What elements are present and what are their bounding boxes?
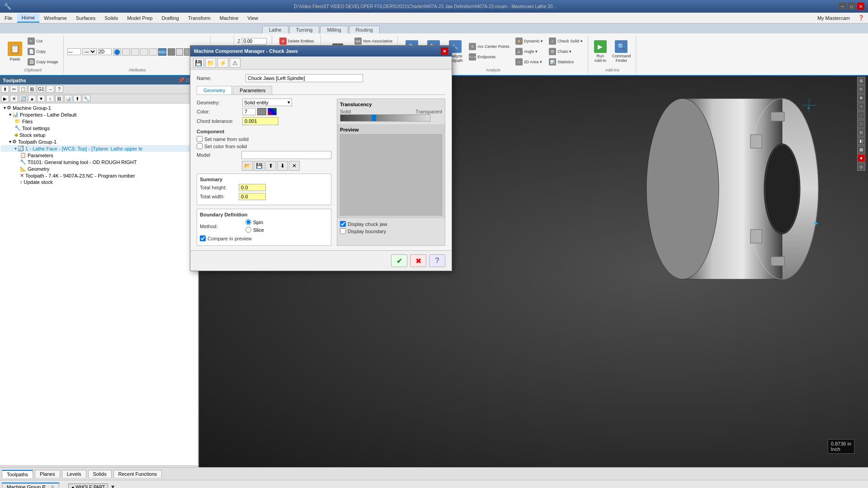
tab-levels[interactable]: Levels [62, 470, 86, 478]
tab-solids[interactable]: Solids [88, 470, 112, 478]
minimize-button[interactable]: ─ [839, 3, 846, 10]
vp-view4[interactable]: ▦ [857, 145, 865, 154]
ok-button[interactable]: ✔ [391, 254, 407, 267]
menu-home[interactable]: Home [17, 14, 39, 23]
attr-icon4[interactable] [140, 48, 148, 56]
tree-update-stock[interactable]: ↑ Update stock [1, 179, 197, 185]
tree-params[interactable]: 📋 Parameters [1, 152, 197, 159]
slice-radio[interactable] [245, 227, 251, 233]
tp-icon12[interactable]: ▼ [37, 95, 45, 102]
set-name-label[interactable]: Set name from solid [204, 136, 249, 142]
vp-zoom-fit[interactable]: ⊞ [857, 77, 865, 85]
vp-view1[interactable]: □ [857, 120, 865, 128]
model-down-btn[interactable]: ⬇ [277, 161, 288, 171]
spin-label[interactable]: Spin [253, 220, 263, 225]
model-up-btn[interactable]: ⬆ [265, 161, 276, 171]
tree-machine-group[interactable]: ▾ ⚙ Machine Group-1 [1, 104, 197, 111]
2darea-button[interactable]: □ 2D Area ▾ [513, 57, 546, 67]
geometry-dropdown[interactable]: Solid entity ▾ [242, 99, 292, 106]
command-finder-button[interactable]: 🔍 CommandFinder [610, 39, 633, 64]
chord-input[interactable] [242, 117, 278, 125]
spin-radio[interactable] [245, 219, 251, 225]
menu-surfaces[interactable]: Surfaces [71, 14, 100, 22]
vp-rotate[interactable]: ↻ [857, 85, 865, 94]
tree-toolsettings[interactable]: 🔧 Tool settings [1, 125, 197, 131]
titlebar-controls[interactable]: ─ □ ✕ [839, 3, 864, 10]
ribbon-tab-turning[interactable]: Turning [289, 26, 320, 33]
tp-icon1[interactable]: ⬆ [1, 85, 9, 93]
attr-swatch1[interactable] [168, 48, 175, 56]
menu-mymastercam[interactable]: My Mastercam [813, 14, 854, 22]
tree-expand3[interactable]: ▾ [9, 139, 11, 144]
tp-icon10[interactable]: 🔄 [19, 95, 27, 102]
tp-icon6[interactable]: → [46, 85, 54, 93]
slice-label[interactable]: Slice [253, 227, 264, 233]
model-clear-btn[interactable]: ✕ [289, 161, 300, 171]
help-button[interactable]: ? [429, 254, 445, 267]
dialog-tb-lightning[interactable]: ⚡ [217, 58, 228, 68]
z-input[interactable] [242, 38, 267, 45]
name-input[interactable] [245, 74, 363, 82]
panel-pin-button[interactable]: 📌 [178, 77, 184, 83]
set-name-checkbox[interactable] [197, 136, 203, 142]
tp-icon17[interactable]: 🔧 [82, 95, 90, 102]
dialog-tb-save[interactable]: 💾 [193, 58, 204, 68]
vp-view5[interactable]: ◎ [857, 163, 865, 171]
set-color-checkbox[interactable] [197, 143, 203, 149]
vp-view2[interactable]: ⊟ [857, 128, 865, 136]
menu-view[interactable]: View [243, 14, 263, 22]
tp-icon8[interactable]: ▶ [1, 95, 9, 102]
tree-geometry[interactable]: 📐 Geometry [1, 165, 197, 172]
color-swatch[interactable] [257, 108, 266, 115]
vp-zoom-in[interactable]: + [857, 103, 865, 111]
arc-center-points-button[interactable]: ⊙ Arc Center Points [467, 42, 512, 52]
menu-wireframe[interactable]: Wireframe [39, 14, 71, 22]
non-associative-button[interactable]: NA Non-Associative [352, 36, 395, 46]
model-input[interactable] [241, 151, 331, 159]
tab-recent-functions[interactable]: Recent Functions [113, 470, 162, 478]
statistics-button[interactable]: 📊 Statistics [547, 57, 585, 67]
tp-icon2[interactable]: ✂ [10, 85, 18, 93]
menu-file[interactable]: File [0, 14, 17, 22]
ribbon-tab-lathe[interactable]: Lathe [262, 26, 288, 33]
attr-input1[interactable] [67, 48, 81, 55]
check-solid-button[interactable]: ✓ Check Solid ▾ [547, 36, 585, 46]
attr-icon3[interactable] [131, 48, 139, 56]
tab-toolpaths[interactable]: Toolpaths [2, 470, 33, 478]
attr-icon1[interactable]: 🔵 [113, 48, 121, 56]
maximize-button[interactable]: □ [848, 3, 855, 10]
copy-button[interactable]: 📄 Copy [25, 47, 61, 56]
vp-view3[interactable]: ◧ [857, 137, 865, 145]
color-number-input[interactable] [242, 108, 256, 115]
display-boundary-label[interactable]: Display boundary [348, 229, 386, 234]
paste-button[interactable]: 📋 Paste [5, 40, 24, 63]
copy-image-button[interactable]: 🖼 Copy Image [25, 57, 61, 67]
tp-icon16[interactable]: ⬆ [73, 95, 81, 102]
machine-group-tab-close[interactable]: ✕ [51, 484, 54, 488]
tp-icon14[interactable]: ⛓ [55, 95, 63, 102]
ribbon-tab-milling[interactable]: Milling [320, 26, 348, 33]
whole-part-button[interactable]: ● WHOLE PART [68, 483, 108, 488]
menu-transform[interactable]: Transform [184, 14, 215, 22]
height-input[interactable] [239, 184, 266, 191]
vp-pan[interactable]: ✥ [857, 94, 865, 102]
attr-icon2[interactable] [122, 48, 130, 56]
chain-button[interactable]: ⛓ Chain ▾ [547, 47, 585, 56]
run-addin-button[interactable]: ▶ RunAdd-In [592, 39, 609, 64]
ribbon-tab-routing[interactable]: Routing [349, 26, 380, 33]
tp-icon3[interactable]: 📋 [19, 85, 27, 93]
tp-icon5[interactable]: G1 [37, 85, 45, 93]
help-icon[interactable]: ❓ [854, 14, 868, 22]
vp-zoom-out[interactable]: - [857, 111, 865, 119]
attr-select1[interactable]: — [82, 48, 97, 55]
tp-icon7[interactable]: ? [55, 85, 63, 93]
vp-red-btn[interactable]: ■ [857, 154, 865, 162]
panel-scrollbar[interactable] [0, 465, 198, 467]
tree-files[interactable]: 📁 Files [1, 118, 197, 125]
dialog-close-button[interactable]: ✕ [441, 47, 448, 55]
machine-group-tab-item[interactable]: Machine Group P... ✕ [2, 483, 59, 488]
tree-expand4[interactable]: ▾ [14, 146, 17, 151]
tab-planes[interactable]: Planes [35, 470, 60, 478]
set-color-label[interactable]: Set color from solid [204, 144, 247, 149]
dynamic-button[interactable]: ⚡ Dynamic ▾ [513, 36, 546, 46]
